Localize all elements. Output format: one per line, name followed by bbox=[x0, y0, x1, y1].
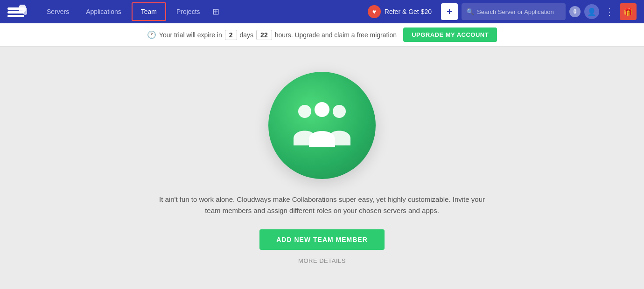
nav-right: ♥ Refer & Get $20 + 🔍 0 👤 ⋮ 🎁 bbox=[362, 2, 637, 21]
notification-badge[interactable]: 0 bbox=[569, 6, 581, 17]
heart-icon: ♥ bbox=[368, 5, 381, 18]
more-options-button[interactable]: ⋮ bbox=[603, 4, 616, 19]
refer-label: Refer & Get $20 bbox=[385, 8, 432, 15]
more-details-link[interactable]: MORE DETAILS bbox=[298, 257, 346, 264]
gift-icon: 🎁 bbox=[623, 7, 633, 16]
search-icon: 🔍 bbox=[466, 8, 474, 15]
trial-hours-label: hours. Upgrade and claim a free migratio… bbox=[275, 31, 397, 39]
gift-button[interactable]: 🎁 bbox=[620, 3, 637, 20]
trial-bar: 🕐 Your trial will expire in 2 days 22 ho… bbox=[0, 23, 644, 47]
upgrade-button[interactable]: UPGRADE MY ACCOUNT bbox=[403, 28, 497, 42]
user-icon: 👤 bbox=[587, 7, 596, 16]
trial-prefix: Your trial will expire in bbox=[159, 31, 222, 39]
svg-point-5 bbox=[298, 105, 311, 118]
refer-button[interactable]: ♥ Refer & Get $20 bbox=[362, 2, 437, 21]
main-content: It ain't fun to work alone. Cloudways ma… bbox=[0, 47, 644, 289]
nav-projects[interactable]: Projects bbox=[168, 0, 209, 23]
team-illustration bbox=[268, 72, 376, 179]
nav-links: Servers Applications Team Projects ⊞ bbox=[38, 0, 362, 23]
svg-point-7 bbox=[315, 102, 329, 117]
trial-days-value: 2 bbox=[225, 30, 237, 40]
navbar: Servers Applications Team Projects ⊞ ♥ R… bbox=[0, 0, 644, 23]
trial-days-label: days bbox=[240, 31, 254, 39]
plus-button[interactable]: + bbox=[441, 3, 458, 20]
grid-icon[interactable]: ⊞ bbox=[209, 5, 223, 19]
svg-rect-2 bbox=[7, 15, 24, 17]
nav-servers[interactable]: Servers bbox=[38, 0, 77, 23]
svg-point-6 bbox=[333, 105, 346, 118]
team-icon bbox=[292, 101, 352, 150]
trial-hours-value: 22 bbox=[256, 30, 272, 40]
add-member-button[interactable]: ADD NEW TEAM MEMBER bbox=[259, 229, 385, 250]
clock-icon: 🕐 bbox=[147, 30, 156, 39]
nav-team[interactable]: Team bbox=[132, 2, 166, 21]
logo[interactable] bbox=[7, 5, 27, 19]
nav-applications[interactable]: Applications bbox=[77, 0, 130, 23]
search-input[interactable] bbox=[477, 8, 561, 15]
description-text: It ain't fun to work alone. Cloudways ma… bbox=[159, 194, 485, 216]
search-bar[interactable]: 🔍 bbox=[462, 3, 566, 20]
avatar-button[interactable]: 👤 bbox=[584, 4, 599, 19]
